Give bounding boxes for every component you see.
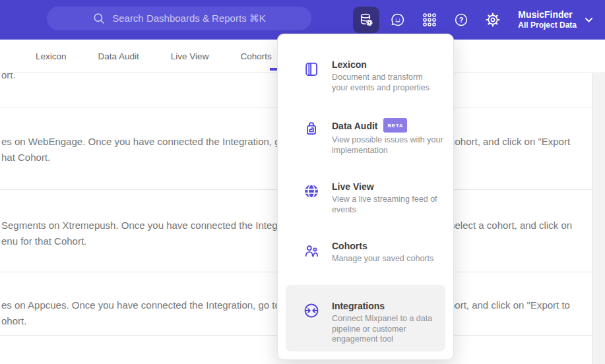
menu-item-title: Data Audit BETA — [332, 119, 451, 133]
menu-item-data-audit[interactable]: Data Audit BETA View possible issues wit… — [278, 119, 453, 156]
menu-item-description: Manage your saved cohorts — [332, 254, 451, 264]
menu-item-title: Integrations — [332, 301, 451, 312]
navigation-dropdown-panel: Lexicon Document and transform your even… — [277, 34, 454, 360]
page-text-fragment: es on Appcues. Once you have connected t… — [1, 299, 307, 311]
page-text-fragment: hort, and click on "Export to — [449, 299, 570, 311]
menu-item-title: Cohorts — [332, 241, 451, 252]
tab-cohorts[interactable]: Cohorts — [239, 51, 272, 61]
data-management-button[interactable] — [353, 7, 379, 33]
tab-lexicon[interactable]: Lexicon — [34, 51, 68, 61]
search-icon — [92, 12, 106, 25]
book-icon — [303, 61, 320, 78]
menu-item-live-view[interactable]: Live View View a live streaming feed of … — [278, 181, 453, 215]
settings-button[interactable] — [480, 7, 506, 33]
menu-item-description: View a live streaming feed of events — [332, 195, 451, 215]
lock-audit-icon — [303, 120, 320, 137]
globe-icon — [303, 183, 320, 200]
chevron-down-icon — [585, 17, 593, 23]
scrollbar-gutter[interactable] — [592, 73, 605, 364]
data-management-icon — [358, 12, 374, 28]
project-subtitle: All Project Data — [518, 20, 577, 30]
page-text-fragment: cohort, and click on "Export — [450, 136, 570, 147]
page-text-fragment: es on WebEngage. Once you have connected… — [1, 136, 313, 147]
menu-item-description: View possible issues with your implement… — [332, 135, 451, 156]
menu-item-title: Live View — [332, 181, 451, 193]
people-icon — [303, 242, 320, 259]
menu-item-description: Document and transform your events and p… — [332, 73, 451, 93]
tab-data-audit[interactable]: Data Audit — [97, 51, 141, 61]
tab-live-view[interactable]: Live View — [170, 51, 210, 61]
page-text-fragment: select a cohort, and click on — [450, 220, 572, 231]
search-placeholder: Search Dashboards & Reports ⌘K — [112, 13, 266, 24]
menu-item-integrations[interactable]: Integrations Connect Mixpanel to a data … — [286, 285, 445, 351]
page-text-fragment: Segments on Xtremepush. Once you have co… — [1, 220, 305, 231]
menu-item-cohorts[interactable]: Cohorts Manage your saved cohorts — [278, 241, 453, 264]
search-input[interactable]: Search Dashboards & Reports ⌘K — [47, 7, 311, 30]
feedback-button[interactable] — [385, 7, 411, 33]
help-icon: ? — [453, 12, 469, 28]
menu-item-title: Lexicon — [332, 59, 451, 71]
menu-item-description: Connect Mixpanel to a data pipeline or c… — [332, 314, 451, 345]
project-switcher[interactable]: MusicFinder All Project Data — [518, 9, 597, 30]
page-text-fragment: ohort. — [1, 315, 26, 326]
sync-arrows-icon — [303, 302, 320, 319]
settings-gear-icon — [485, 12, 501, 28]
page-text-fragment: enu for that Cohort. — [1, 235, 86, 247]
help-button[interactable]: ? — [448, 7, 474, 33]
apps-button[interactable] — [416, 7, 443, 33]
page-text-fragment: hat Cohort. — [1, 152, 50, 163]
svg-text:?: ? — [459, 16, 464, 24]
feedback-chat-icon — [390, 12, 406, 28]
project-name: MusicFinder — [518, 9, 577, 20]
menu-item-lexicon[interactable]: Lexicon Document and transform your even… — [278, 59, 453, 93]
apps-grid-icon — [422, 12, 437, 28]
beta-badge: BETA — [383, 118, 407, 133]
